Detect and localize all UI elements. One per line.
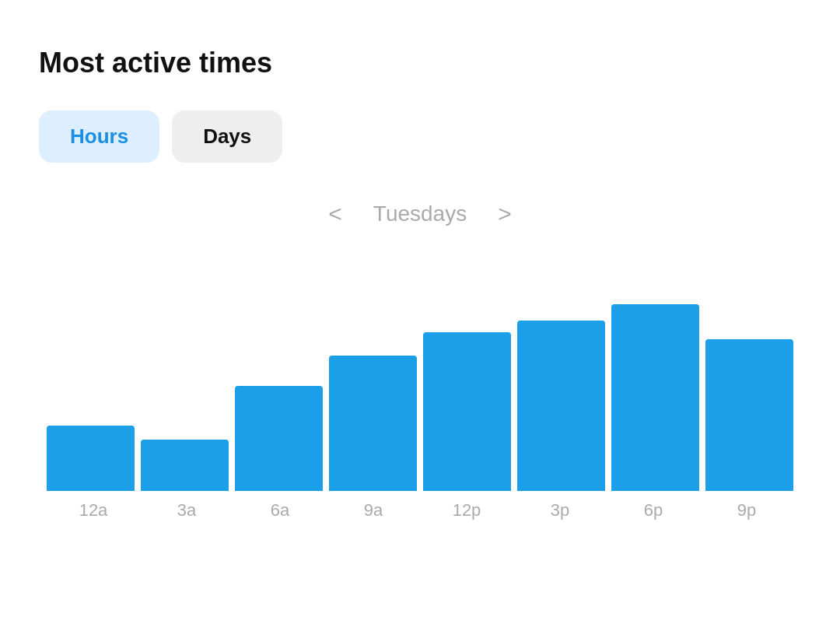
days-button[interactable]: Days <box>172 110 282 163</box>
bar-group <box>47 426 135 491</box>
hours-button[interactable]: Hours <box>39 110 159 163</box>
bar-group <box>423 332 511 491</box>
main-container: Most active times Hours Days < Tuesdays … <box>0 0 840 567</box>
bar-group <box>517 321 605 491</box>
bar <box>329 356 417 491</box>
x-axis-label: 12a <box>47 500 140 521</box>
toggle-row: Hours Days <box>39 110 801 163</box>
bar <box>705 339 793 491</box>
x-axis-label: 3p <box>513 500 607 521</box>
bar-group <box>329 356 417 491</box>
bar <box>47 426 135 491</box>
x-axis-label: 6a <box>233 500 327 521</box>
bars-container <box>39 258 801 491</box>
prev-day-button[interactable]: < <box>328 202 342 226</box>
day-navigation: < Tuesdays > <box>39 202 801 226</box>
bar-group <box>611 304 699 491</box>
x-axis-label: 9p <box>700 500 793 521</box>
bar <box>423 332 511 491</box>
x-axis: 12a3a6a9a12p3p6p9p <box>39 491 801 521</box>
bar-group <box>141 440 229 491</box>
chart-area: 12a3a6a9a12p3p6p9p <box>39 258 801 521</box>
bar <box>611 304 699 491</box>
bar <box>141 440 229 491</box>
x-axis-label: 6p <box>607 500 700 521</box>
bar <box>235 386 323 491</box>
bar-group <box>235 386 323 491</box>
bar-group <box>705 339 793 491</box>
x-axis-label: 9a <box>327 500 420 521</box>
bar <box>517 321 605 491</box>
x-axis-label: 12p <box>420 500 513 521</box>
next-day-button[interactable]: > <box>498 202 512 226</box>
page-title: Most active times <box>39 47 801 79</box>
current-day-label: Tuesdays <box>373 202 467 226</box>
x-axis-label: 3a <box>140 500 233 521</box>
